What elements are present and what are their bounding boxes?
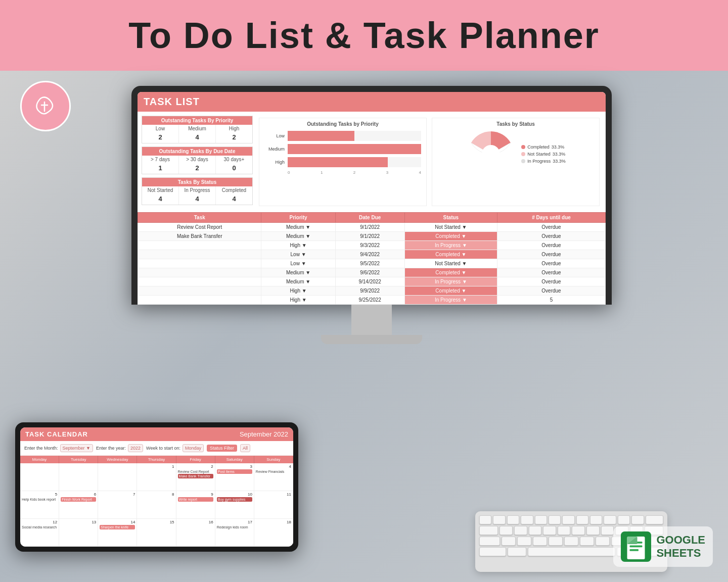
calendar-month: September 2022 xyxy=(240,430,288,438)
cell-date: 9/6/2022 xyxy=(335,268,404,277)
bar-fill-high xyxy=(288,157,388,167)
kb-key xyxy=(493,515,505,524)
cal-event: Review Financials xyxy=(256,470,291,473)
due-vals: 1 2 0 xyxy=(142,163,252,174)
cal-cell: 5 Help Kids book report xyxy=(20,491,59,518)
legend-dot-notstarted xyxy=(521,152,525,156)
cal-cell: 8 xyxy=(137,491,176,518)
table-row: Medium ▼ 9/6/2022 Completed ▼ Overdue xyxy=(138,268,606,277)
pie-chart-svg xyxy=(466,129,516,179)
priority-col-high: High xyxy=(216,125,252,132)
legend-pct-inprogress: 33.3% xyxy=(553,159,566,164)
calendar-title: TASK CALENDAR xyxy=(25,430,88,438)
kb-key xyxy=(549,537,563,546)
legend-pct-completed: 33.3% xyxy=(552,144,565,150)
cell-task xyxy=(138,241,261,250)
cell-date: 9/25/2022 xyxy=(335,296,404,305)
cal-event: Redesign kids room xyxy=(217,525,252,529)
cal-event: Sharpen the knife xyxy=(100,525,135,529)
week-input[interactable]: Monday xyxy=(183,444,204,452)
cal-cell: 17 Redesign kids room xyxy=(215,519,254,546)
filter-value[interactable]: All xyxy=(240,444,250,452)
cell-status: Completed ▼ xyxy=(404,232,497,241)
cell-priority: Medium ▼ xyxy=(261,277,335,286)
pie-chart-container: Tasks by Status xyxy=(432,118,600,206)
monitor-screen: TASK LIST Outstanding Tasks By Priority … xyxy=(138,92,606,305)
priority-val-high: 2 xyxy=(216,132,252,143)
cal-cell xyxy=(59,463,98,491)
cal-cell: 6 Finish Work Report xyxy=(59,491,98,518)
cell-task xyxy=(138,250,261,259)
kb-key xyxy=(533,537,547,546)
cal-event: Help Kids book report xyxy=(22,498,57,501)
cal-cell: 14 Sharpen the knife xyxy=(98,519,137,546)
stats-left: Outstanding Tasks By Priority Low Medium… xyxy=(142,116,253,208)
cell-task xyxy=(138,277,261,286)
cal-cell: 12 Social media research xyxy=(20,519,59,546)
status-filter-button[interactable]: Status Filter xyxy=(207,445,237,452)
kb-key xyxy=(596,537,610,546)
cell-date: 9/9/2022 xyxy=(335,286,404,296)
cell-status: Not Started ▼ xyxy=(404,259,497,268)
kb-key xyxy=(580,537,594,546)
cell-priority: Medium ▼ xyxy=(261,223,335,232)
day-wednesday: Wednesday xyxy=(98,456,137,463)
cell-status: Not Started ▼ xyxy=(404,223,497,232)
kb-key xyxy=(521,515,533,524)
cal-cell: 16 xyxy=(176,519,215,546)
kb-row-1 xyxy=(479,515,663,524)
cell-date: 9/1/2022 xyxy=(335,223,404,232)
pie-chart-title: Tasks by Status xyxy=(435,121,596,127)
cell-status: In Progress ▼ xyxy=(404,296,497,305)
month-label: Enter the Month: xyxy=(24,446,58,451)
legend-label-notstarted: Not Started xyxy=(527,152,551,157)
status-stats-header: Tasks By Status xyxy=(142,178,252,186)
cal-cell: 7 xyxy=(98,491,137,518)
kb-key xyxy=(646,515,664,524)
week-control: Week to start on: Monday xyxy=(146,444,204,452)
status-col-notstarted: Not Started xyxy=(142,186,179,194)
kb-key xyxy=(590,515,602,524)
bar-chart-container: Outstanding Tasks by Priority Low xyxy=(259,118,427,206)
year-label: Enter the year: xyxy=(96,446,126,451)
due-val-30plus: 0 xyxy=(216,163,252,174)
legend-completed: Completed 33.3% xyxy=(521,144,566,150)
stats-charts-row: Outstanding Tasks By Priority Low Medium… xyxy=(138,112,606,212)
bar-label-low: Low xyxy=(264,133,285,138)
cell-priority: Medium ▼ xyxy=(261,268,335,277)
table-row: Medium ▼ 9/14/2022 In Progress ▼ Overdue xyxy=(138,277,606,286)
month-input[interactable]: September ▼ xyxy=(60,444,93,452)
kb-key xyxy=(618,515,630,524)
priority-val-low: 2 xyxy=(142,132,179,143)
year-control: Enter the year: 2022 xyxy=(96,444,143,452)
cell-status: Completed ▼ xyxy=(404,286,497,296)
task-table: Task Priority Date Due Status # Days unt… xyxy=(138,212,606,305)
status-val-inprogress: 4 xyxy=(179,194,216,205)
bar-track-high xyxy=(288,157,421,167)
cal-event: Post Items xyxy=(217,469,252,474)
charts-area: Outstanding Tasks by Priority Low xyxy=(257,116,602,208)
cell-days: Overdue xyxy=(497,277,606,286)
cal-cell: 9 Write report xyxy=(176,491,215,518)
kb-key xyxy=(535,515,547,524)
svg-point-0 xyxy=(482,145,500,163)
day-monday: Monday xyxy=(20,456,59,463)
cell-date: 9/1/2022 xyxy=(335,232,404,241)
sheet-title: TASK LIST xyxy=(144,96,600,108)
status-val-notstarted: 4 xyxy=(142,194,179,205)
status-val-completed: 4 xyxy=(216,194,252,205)
cal-week-2: 5 Help Kids book report 6 Finish Work Re… xyxy=(20,491,293,519)
year-input[interactable]: 2022 xyxy=(128,444,143,452)
cell-status: Completed ▼ xyxy=(404,250,497,259)
due-val-30: 2 xyxy=(179,163,216,174)
cal-cell xyxy=(98,463,137,491)
day-saturday: Saturday xyxy=(215,456,254,463)
legend-dot-inprogress xyxy=(521,159,525,163)
cell-priority: High ▼ xyxy=(261,241,335,250)
google-sheets-label: GOOGLESHEETS xyxy=(656,534,705,560)
legend-dot-completed xyxy=(521,145,525,149)
priority-val-medium: 4 xyxy=(179,132,216,143)
cal-cell xyxy=(20,463,59,491)
cell-status: In Progress ▼ xyxy=(404,277,497,286)
col-task: Task xyxy=(138,213,261,223)
